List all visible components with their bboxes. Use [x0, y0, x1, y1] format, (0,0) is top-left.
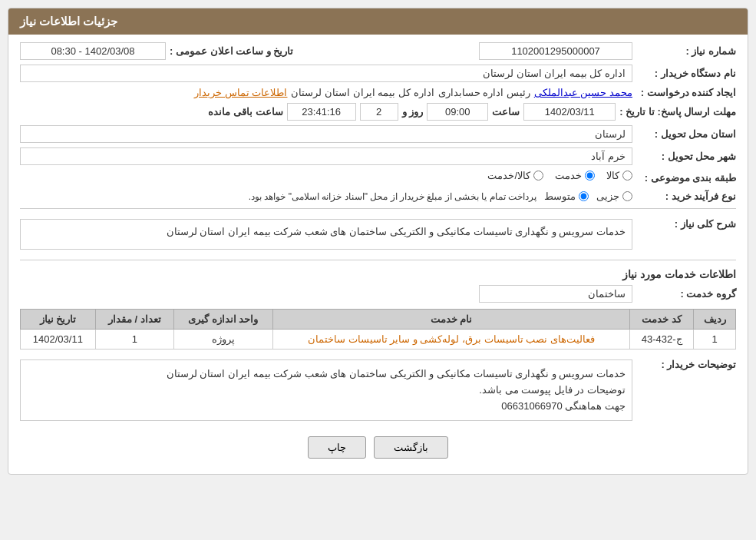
category-kala-khedmat-label: کالا/خدمت: [487, 170, 530, 181]
row-number: 1: [694, 330, 736, 350]
category-kala-label: کالا: [606, 170, 619, 181]
requester-org: اداره کل بیمه ایران استان لرستان: [291, 87, 434, 98]
category-kala-khedmat-radio[interactable]: [533, 171, 543, 181]
table-header-name: نام خدمت: [272, 310, 629, 330]
table-header-date: تاریخ نیاز: [21, 310, 96, 330]
process-note: پرداخت تمام یا بخشی از مبلغ خریدار از مح…: [249, 191, 536, 202]
services-section-title: اطلاعات خدمات مورد نیاز: [20, 268, 736, 280]
response-date: 1402/03/11: [523, 103, 616, 121]
description-label: شرح کلی نیاز :: [636, 215, 736, 230]
row-code: ج-432-43: [630, 330, 694, 350]
category-kala-radio[interactable]: [622, 171, 632, 181]
process-label: نوع فرآیند خرید :: [636, 190, 736, 202]
back-button[interactable]: بازگشت: [374, 436, 448, 459]
process-jozi-label: جزیی: [596, 190, 619, 202]
table-header-qty: تعداد / مقدار: [95, 310, 173, 330]
category-kala-khedmat-item: کالا/خدمت: [487, 170, 543, 181]
category-khedmat-item: خدمت: [555, 170, 595, 181]
delivery-city-label: شهر محل تحویل :: [636, 151, 736, 162]
delivery-province-label: استان محل تحویل :: [636, 128, 736, 140]
response-days-label: روز و: [402, 106, 424, 118]
service-group-value: ساختمان: [479, 285, 632, 303]
buyer-notes-label: توضیحات خریدار :: [636, 356, 736, 370]
requester-name[interactable]: محمد حسین عبدالملکی: [534, 87, 632, 98]
page-header: جزئیات اطلاعات نیاز: [8, 8, 748, 35]
delivery-city-value: خرم آباد: [20, 147, 632, 165]
page-title: جزئیات اطلاعات نیاز: [20, 15, 117, 28]
buyer-org-label: نام دستگاه خریدار :: [636, 68, 736, 79]
announce-date-value: 1402/03/08 - 08:30: [20, 42, 166, 60]
row-date: 1402/03/11: [21, 330, 96, 350]
buyer-notes-text3: جهت هماهنگی 06631066970: [27, 399, 626, 415]
response-remaining: 23:41:16: [287, 103, 356, 121]
category-khedmat-label: خدمت: [555, 170, 582, 181]
response-time-label: ساعت: [492, 106, 520, 118]
response-deadline-label: مهلت ارسال پاسخ: تا تاریخ :: [619, 106, 736, 118]
announce-date-label: تاریخ و ساعت اعلان عمومی :: [170, 45, 293, 57]
request-number-value: 1102001295000007: [479, 42, 632, 60]
table-header-row: ردیف: [694, 310, 736, 330]
response-days: 2: [360, 103, 398, 121]
requester-role: رئیس اداره حسابداری: [438, 87, 530, 98]
table-header-code: کد خدمت: [630, 310, 694, 330]
table-header-unit: واحد اندازه گیری: [173, 310, 272, 330]
category-label: طبقه بندی موضوعی :: [636, 172, 736, 184]
category-kala-item: کالا: [606, 170, 632, 181]
contact-link[interactable]: اطلاعات تماس خریدار: [194, 87, 287, 98]
buyer-notes-text1: خدمات سرویس و نگهداری تاسیسات مکانیکی و …: [27, 366, 626, 383]
row-qty: 1: [95, 330, 173, 350]
action-buttons: بازگشت چاپ: [20, 436, 736, 459]
response-remaining-label: ساعت باقی مانده: [208, 106, 282, 118]
requester-label: ایجاد کننده درخواست :: [636, 87, 736, 98]
buyer-notes-content: خدمات سرویس و نگهداری تاسیسات مکانیکی و …: [20, 359, 632, 421]
process-motovaset-item: متوسط: [544, 190, 589, 202]
print-button[interactable]: چاپ: [308, 436, 366, 459]
buyer-notes-text2: توضیحات در فایل پیوست می باشد.: [27, 383, 626, 399]
buyer-org-value: اداره کل بیمه ایران استان لرستان: [20, 65, 632, 82]
row-unit: پروژه: [173, 330, 272, 350]
table-row: 1 ج-432-43 فعالیت‌های نصب تاسیسات برق، ل…: [21, 330, 736, 350]
service-group-label: گروه خدمت :: [636, 288, 736, 300]
category-khedmat-radio[interactable]: [585, 171, 595, 181]
process-jozi-radio[interactable]: [622, 191, 632, 201]
delivery-province-value: لرستان: [20, 125, 632, 143]
divider-2: [20, 260, 736, 260]
response-time: 09:00: [427, 103, 488, 121]
divider-1: [20, 208, 736, 209]
description-value: خدمات سرویس و نگهداری تاسیسات مکانیکی و …: [20, 219, 632, 250]
process-jozi-item: جزیی: [596, 190, 632, 202]
service-table: ردیف کد خدمت نام خدمت واحد اندازه گیری ت…: [20, 309, 736, 350]
process-motovaset-radio[interactable]: [579, 191, 589, 201]
row-service-name: فعالیت‌های نصب تاسیسات برق، لوله‌کشی و س…: [272, 330, 629, 350]
request-number-label: شماره نیاز :: [636, 45, 736, 57]
process-motovaset-label: متوسط: [544, 190, 576, 202]
